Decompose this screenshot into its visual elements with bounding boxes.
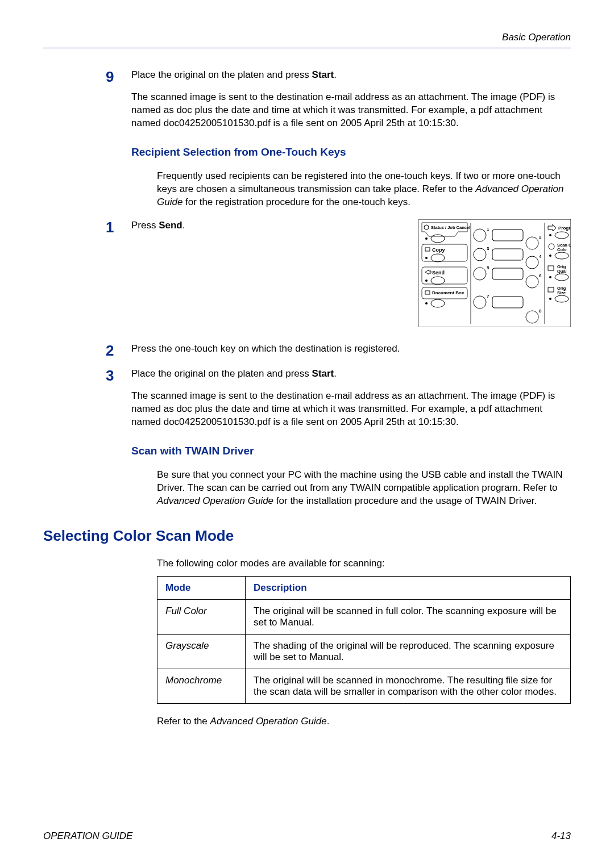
- svg-text:6: 6: [539, 273, 542, 278]
- step-3: 3 Place the original on the platen and p…: [131, 368, 571, 429]
- table-row: Monochrome The original will be scanned …: [157, 669, 571, 703]
- mode-name: Monochrome: [157, 669, 246, 703]
- mode-desc: The original will be scanned in full col…: [246, 599, 571, 634]
- step-text: Press Send.: [131, 219, 405, 232]
- color-intro: The following color modes are available …: [157, 557, 571, 570]
- svg-text:Colo: Colo: [557, 247, 567, 252]
- heading-color-mode: Selecting Color Scan Mode: [43, 527, 571, 545]
- step-2: 2 Press the one-touch key on which the d…: [131, 343, 571, 356]
- table-header-row: Mode Description: [157, 576, 571, 599]
- step-explanation: The scanned image is sent to the destina…: [131, 390, 571, 429]
- recipient-intro: Frequently used recipients can be regist…: [157, 170, 571, 209]
- svg-text:8: 8: [539, 308, 542, 314]
- footer-page-number: 4-13: [551, 831, 571, 842]
- header-rule: [43, 48, 571, 48]
- table-row: Grayscale The shading of the original wi…: [157, 634, 571, 669]
- step-text: Place the original on the platen and pre…: [131, 69, 337, 80]
- panel-status-label: Status / Job Cancel: [431, 225, 470, 230]
- svg-text:Size: Size: [557, 290, 566, 295]
- svg-point-44: [549, 254, 551, 257]
- mode-name: Grayscale: [157, 634, 246, 669]
- svg-text:Progr: Progr: [558, 226, 570, 231]
- page-footer: OPERATION GUIDE 4-13: [43, 831, 571, 842]
- step-text: Place the original on the platen and pre…: [131, 368, 337, 379]
- twain-paragraph: Be sure that you connect your PC with th…: [157, 469, 571, 508]
- control-panel-diagram: Status / Job Cancel Copy Send: [418, 219, 571, 331]
- color-outro: Refer to the Advanced Operation Guide.: [157, 715, 571, 728]
- svg-point-7: [425, 257, 428, 259]
- step-number: 1: [106, 218, 114, 237]
- step-number: 9: [106, 67, 114, 87]
- svg-point-3: [425, 237, 428, 240]
- th-description: Description: [246, 576, 571, 599]
- svg-point-10: [425, 279, 428, 282]
- svg-point-39: [549, 234, 551, 236]
- svg-text:3: 3: [487, 246, 489, 251]
- step-explanation: The scanned image is sent to the destina…: [131, 91, 571, 130]
- heading-twain: Scan with TWAIN Driver: [131, 445, 571, 457]
- svg-point-54: [549, 298, 551, 300]
- svg-text:Qual: Qual: [557, 269, 567, 274]
- mode-desc: The shading of the original will be repr…: [246, 634, 571, 669]
- panel-send-label: Send: [432, 270, 445, 276]
- svg-text:5: 5: [487, 265, 489, 270]
- svg-point-49: [549, 276, 551, 278]
- heading-recipient-selection: Recipient Selection from One-Touch Keys: [131, 146, 571, 158]
- mode-name: Full Color: [157, 599, 246, 634]
- svg-text:2: 2: [539, 235, 542, 240]
- svg-point-14: [425, 302, 428, 304]
- svg-text:4: 4: [539, 254, 542, 259]
- step-number: 3: [106, 366, 114, 386]
- step-9: 9 Place the original on the platen and p…: [131, 69, 571, 130]
- color-mode-table: Mode Description Full Color The original…: [157, 576, 571, 704]
- panel-docbox-label: Document Box: [432, 290, 464, 295]
- table-row: Full Color The original will be scanned …: [157, 599, 571, 634]
- svg-text:1: 1: [487, 227, 489, 232]
- step-text: Press the one-touch key on which the des…: [131, 343, 400, 354]
- step-number: 2: [106, 341, 114, 361]
- svg-text:7: 7: [487, 294, 489, 299]
- th-mode: Mode: [157, 576, 246, 599]
- running-header: Basic Operation: [43, 32, 571, 43]
- mode-desc: The original will be scanned in monochro…: [246, 669, 571, 703]
- footer-guide-name: OPERATION GUIDE: [43, 831, 132, 842]
- step-1: 1 Press Send. Status / Job Cancel: [131, 219, 571, 331]
- panel-copy-label: Copy: [432, 247, 445, 253]
